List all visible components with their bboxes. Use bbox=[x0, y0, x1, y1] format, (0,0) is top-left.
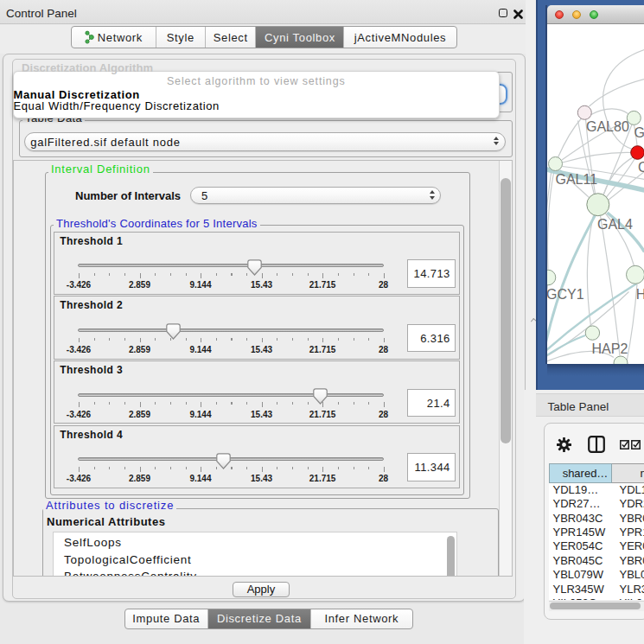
svg-text:GAL80: GAL80 bbox=[586, 119, 629, 134]
svg-text:GAL2: GAL2 bbox=[634, 124, 644, 139]
svg-text:HA: HA bbox=[635, 286, 644, 301]
svg-text:HAP2: HAP2 bbox=[591, 341, 628, 355]
svg-text:CD: CD bbox=[638, 160, 644, 175]
svg-text:GAL4: GAL4 bbox=[597, 217, 633, 232]
svg-text:GCY1: GCY1 bbox=[547, 287, 584, 302]
svg-text:GAL11: GAL11 bbox=[555, 171, 597, 186]
